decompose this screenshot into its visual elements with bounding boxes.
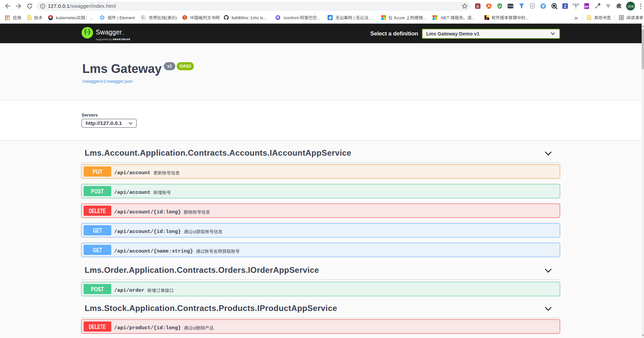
svg-text:A: A — [476, 4, 479, 8]
svg-text:Z: Z — [564, 4, 566, 9]
svg-text:RP: RP — [585, 5, 589, 8]
